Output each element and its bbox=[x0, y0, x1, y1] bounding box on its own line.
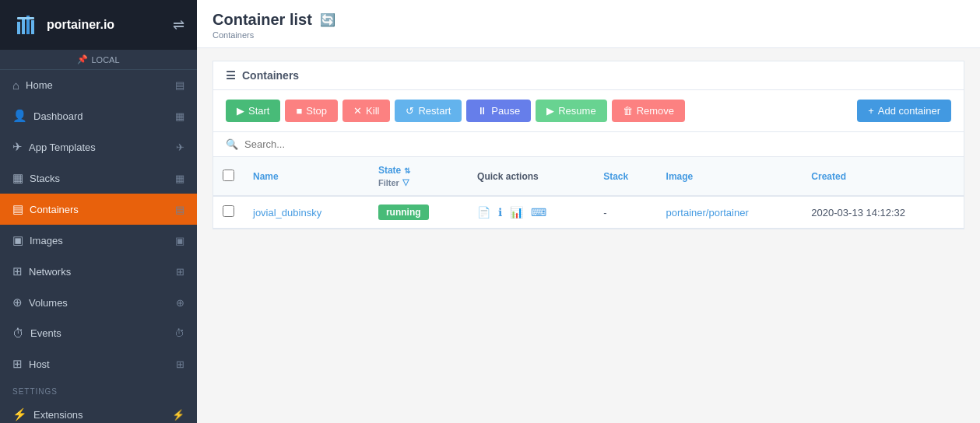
page-header: Container list 🔄 Containers bbox=[197, 0, 980, 48]
sidebar: portainer.io ⇌ 📌 LOCAL ⌂ Home ▤ 👤 Dashbo… bbox=[0, 0, 197, 423]
quick-actions-column-header: Quick actions bbox=[468, 157, 594, 196]
sidebar-item-label: Images bbox=[30, 235, 63, 246]
created-column-header[interactable]: Created bbox=[802, 157, 964, 196]
remove-icon: 🗑 bbox=[623, 105, 633, 117]
container-state-cell: running bbox=[369, 196, 468, 229]
sidebar-item-networks[interactable]: ⊞ Networks ⊞ bbox=[0, 256, 197, 287]
nav-right-icon: ⊕ bbox=[176, 297, 184, 309]
page-title: Container list bbox=[213, 11, 312, 29]
select-all-checkbox[interactable] bbox=[223, 170, 234, 181]
sidebar-item-images[interactable]: ▣ Images ▣ bbox=[0, 225, 197, 256]
main-content: Container list 🔄 Containers ☰ Containers… bbox=[197, 0, 980, 423]
sidebar-item-app-templates[interactable]: ✈ App Templates ✈ bbox=[0, 131, 197, 163]
nav-right-icon: ▤ bbox=[175, 204, 184, 215]
sidebar-item-home[interactable]: ⌂ Home ▤ bbox=[0, 70, 197, 100]
logo-text: portainer.io bbox=[47, 18, 114, 32]
content-area: ☰ Containers ▶ Start ■ Stop ✕ Kill ↺ Res… bbox=[197, 48, 980, 242]
stop-icon: ■ bbox=[296, 105, 302, 117]
running-badge: running bbox=[378, 205, 429, 220]
logs-icon[interactable]: 📄 bbox=[477, 206, 490, 218]
images-icon: ▣ bbox=[12, 233, 23, 247]
pause-button[interactable]: ⏸ Pause bbox=[466, 100, 531, 122]
row-checkbox-cell bbox=[213, 196, 244, 229]
select-all-header bbox=[213, 157, 244, 196]
sidebar-item-host[interactable]: ⊞ Host ⊞ bbox=[0, 348, 197, 379]
created-time: 2020-03-13 14:12:32 bbox=[811, 207, 905, 218]
nav-right-icon: ⊞ bbox=[176, 358, 184, 370]
nav-right-icon: ⏱ bbox=[174, 327, 184, 339]
sidebar-item-label: Home bbox=[26, 79, 53, 91]
sidebar-item-label: Volumes bbox=[29, 297, 68, 309]
kill-button[interactable]: ✕ Kill bbox=[342, 100, 390, 122]
refresh-icon[interactable]: 🔄 bbox=[320, 12, 335, 27]
extensions-icon: ⚡ bbox=[12, 407, 27, 421]
start-button[interactable]: ▶ Start bbox=[226, 100, 280, 122]
restart-button[interactable]: ↺ Restart bbox=[395, 100, 462, 122]
toolbar: ▶ Start ■ Stop ✕ Kill ↺ Restart ⏸ Pause … bbox=[213, 89, 964, 131]
start-icon: ▶ bbox=[237, 105, 244, 117]
svg-rect-2 bbox=[22, 19, 25, 34]
container-name-link[interactable]: jovial_dubinsky bbox=[253, 207, 321, 218]
stack-column-header[interactable]: Stack bbox=[594, 157, 656, 196]
sidebar-item-label: App Templates bbox=[29, 142, 96, 153]
transfer-icon: ⇌ bbox=[173, 16, 184, 33]
image-column-header[interactable]: Image bbox=[657, 157, 803, 196]
dashboard-icon: 👤 bbox=[12, 109, 27, 123]
chevron-right-icon: ▤ bbox=[175, 79, 184, 91]
sidebar-item-dashboard[interactable]: 👤 Dashboard ▦ bbox=[0, 100, 197, 131]
section-label: Containers bbox=[242, 69, 299, 82]
logo-icon bbox=[12, 11, 40, 39]
remove-button[interactable]: 🗑 Remove bbox=[612, 100, 685, 122]
sidebar-item-label: Containers bbox=[30, 204, 79, 215]
table-container: Name State ⇅ Filter ▽ bbox=[213, 156, 964, 229]
state-column-header[interactable]: State ⇅ Filter ▽ bbox=[369, 157, 468, 196]
containers-icon: ▤ bbox=[12, 202, 23, 216]
app-templates-icon: ✈ bbox=[12, 140, 23, 154]
host-icon: ⊞ bbox=[12, 357, 23, 371]
home-icon: ⌂ bbox=[12, 79, 19, 92]
nav-right-icon: ▦ bbox=[175, 110, 184, 122]
kill-icon: ✕ bbox=[353, 105, 362, 117]
stats-icon[interactable]: 📊 bbox=[510, 206, 523, 218]
resume-icon: ▶ bbox=[546, 105, 554, 117]
sidebar-item-label: Networks bbox=[29, 266, 71, 278]
svg-rect-4 bbox=[31, 20, 34, 34]
svg-rect-5 bbox=[17, 17, 34, 19]
section-header: ☰ Containers bbox=[213, 61, 964, 89]
info-icon[interactable]: ℹ bbox=[498, 206, 502, 218]
add-icon: + bbox=[868, 105, 874, 117]
sidebar-item-events[interactable]: ⏱ Events ⏱ bbox=[0, 318, 197, 348]
resume-button[interactable]: ▶ Resume bbox=[536, 100, 606, 122]
search-bar: 🔍 bbox=[213, 131, 964, 156]
exec-icon[interactable]: ⌨ bbox=[531, 206, 546, 218]
stop-button[interactable]: ■ Stop bbox=[285, 100, 338, 122]
pause-icon: ⏸ bbox=[477, 105, 487, 117]
name-column-header[interactable]: Name bbox=[244, 157, 369, 196]
sidebar-logo: portainer.io ⇌ bbox=[0, 0, 197, 50]
nav-right-icon: ⚡ bbox=[172, 409, 184, 421]
sidebar-item-label: Extensions bbox=[33, 409, 83, 421]
add-container-button[interactable]: + Add container bbox=[857, 100, 951, 122]
pin-icon: 📌 bbox=[77, 54, 88, 65]
row-checkbox[interactable] bbox=[223, 205, 234, 217]
table-header-row: Name State ⇅ Filter ▽ bbox=[213, 157, 964, 196]
settings-label: SETTINGS bbox=[0, 379, 197, 399]
sidebar-item-containers[interactable]: ▤ Containers ▤ bbox=[0, 194, 197, 225]
container-name-cell: jovial_dubinsky bbox=[244, 196, 369, 229]
volumes-icon: ⊕ bbox=[12, 295, 23, 309]
sidebar-item-stacks[interactable]: ▦ Stacks ▦ bbox=[0, 163, 197, 194]
stacks-icon: ▦ bbox=[12, 171, 23, 185]
section-list-icon: ☰ bbox=[226, 69, 236, 82]
sidebar-item-volumes[interactable]: ⊕ Volumes ⊕ bbox=[0, 287, 197, 318]
sidebar-item-label: Dashboard bbox=[33, 110, 83, 122]
nav-right-icon: ▦ bbox=[175, 173, 184, 184]
sidebar-item-label: Stacks bbox=[30, 173, 60, 184]
sidebar-item-extensions[interactable]: ⚡ Extensions ⚡ bbox=[0, 399, 197, 423]
restart-icon: ↺ bbox=[406, 105, 414, 117]
search-input[interactable] bbox=[244, 138, 951, 150]
sidebar-item-label: Host bbox=[29, 358, 50, 370]
created-cell: 2020-03-13 14:12:32 bbox=[802, 196, 964, 229]
sort-icon: ⇅ bbox=[404, 166, 410, 175]
image-link[interactable]: portainer/portainer bbox=[666, 207, 749, 218]
nav-right-icon: ⊞ bbox=[176, 266, 184, 278]
